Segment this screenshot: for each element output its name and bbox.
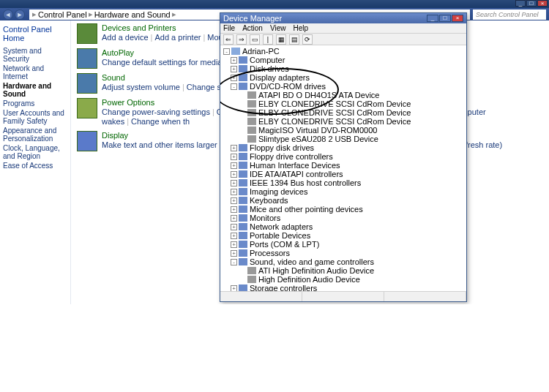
back-button[interactable]: ◄ bbox=[3, 10, 13, 20]
min-button[interactable]: _ bbox=[515, 0, 526, 7]
expand-icon[interactable]: + bbox=[231, 180, 237, 186]
forward-button[interactable]: ► bbox=[15, 10, 25, 20]
expand-icon[interactable]: + bbox=[231, 66, 237, 72]
max-button[interactable]: □ bbox=[526, 0, 537, 7]
expand-icon[interactable]: + bbox=[231, 57, 237, 64]
sidebar-item[interactable]: Network and Internet bbox=[3, 64, 67, 80]
tree-node[interactable]: +Network adapters bbox=[223, 222, 463, 231]
expand-icon[interactable]: + bbox=[231, 224, 237, 230]
expand-icon[interactable]: + bbox=[231, 197, 237, 204]
device-manager-window: Device Manager _ □ × File Action View He… bbox=[220, 12, 467, 302]
tree-node[interactable]: +Display adapters bbox=[223, 73, 463, 82]
expand-icon[interactable]: + bbox=[231, 171, 237, 178]
search-input[interactable]: Search Control Panel bbox=[473, 10, 546, 20]
node-label: Network adapters bbox=[250, 222, 313, 231]
tree-node[interactable]: +IDE ATA/ATAPI controllers bbox=[223, 170, 463, 178]
tool-view-icon[interactable]: ▭ bbox=[250, 34, 260, 45]
category-link[interactable]: Adjust system volume bbox=[102, 83, 180, 91]
tree-node[interactable]: ATI High Definition Audio Device bbox=[223, 266, 463, 275]
tree-node[interactable]: +Storage controllers bbox=[223, 284, 463, 291]
expand-icon[interactable]: + bbox=[231, 145, 237, 151]
expand-icon[interactable]: + bbox=[231, 285, 237, 292]
tool-fwd-icon[interactable]: ⇒ bbox=[236, 34, 247, 45]
tree-node[interactable]: +Disk drives bbox=[223, 64, 463, 73]
sidebar-item[interactable]: System and Security bbox=[3, 47, 67, 63]
tree-node[interactable]: MagicISO Virtual DVD-ROM0000 bbox=[223, 126, 463, 135]
node-label: ELBY CLONEDRIVE SCSI CdRom Device bbox=[258, 117, 411, 126]
node-label: Slimtype eSAU208 2 USB Device bbox=[258, 135, 378, 143]
device-icon bbox=[239, 206, 247, 213]
node-label: Keyboards bbox=[250, 196, 288, 205]
tree-node[interactable]: ELBY CLONEDRIVE SCSI CdRom Device bbox=[223, 117, 463, 126]
close-button[interactable]: × bbox=[537, 0, 548, 7]
menu-action[interactable]: Action bbox=[242, 24, 263, 32]
sidebar-item[interactable]: Clock, Language, and Region bbox=[3, 144, 67, 160]
tool-props-icon[interactable]: ▦ bbox=[276, 34, 286, 45]
tree-root[interactable]: - Adrian-PC bbox=[223, 47, 463, 56]
tree-node[interactable]: +Processors bbox=[223, 249, 463, 257]
tool-refresh-icon[interactable]: ⟳ bbox=[302, 34, 313, 45]
tree-node[interactable]: +Keyboards bbox=[223, 196, 463, 205]
crumb-hardware-sound[interactable]: Hardware and Sound bbox=[94, 10, 171, 19]
node-label: Computer bbox=[250, 56, 285, 64]
tool-back-icon[interactable]: ⇐ bbox=[223, 34, 234, 45]
sidebar-item[interactable]: Appearance and Personalization bbox=[3, 127, 67, 143]
device-icon bbox=[239, 241, 247, 248]
tree-node[interactable]: +Portable Devices bbox=[223, 231, 463, 240]
tree-node[interactable]: +Computer bbox=[223, 56, 463, 64]
tree-node[interactable]: +IEEE 1394 Bus host controllers bbox=[223, 178, 463, 187]
collapse-icon[interactable]: - bbox=[223, 48, 230, 55]
expand-icon[interactable]: + bbox=[231, 250, 237, 257]
sidebar-item[interactable]: Hardware and Sound bbox=[3, 82, 67, 98]
tree-node[interactable]: +Mice and other pointing devices bbox=[223, 205, 463, 214]
expand-icon[interactable]: + bbox=[231, 75, 237, 81]
tree-node[interactable]: ATAPI BD O DH4O1S ATA Device bbox=[223, 91, 463, 99]
tree-node[interactable]: +Floppy disk drives bbox=[223, 143, 463, 152]
device-icon bbox=[247, 109, 256, 116]
expand-icon[interactable]: + bbox=[231, 154, 237, 160]
dm-titlebar[interactable]: Device Manager _ □ × bbox=[220, 13, 466, 23]
tree-node[interactable]: +Floppy drive controllers bbox=[223, 152, 463, 161]
tree-node[interactable]: -Sound, video and game controllers bbox=[223, 257, 463, 266]
dm-tree[interactable]: - Adrian-PC +Computer+Disk drives+Displa… bbox=[220, 45, 466, 291]
tree-node[interactable]: High Definition Audio Device bbox=[223, 275, 463, 284]
dm-close-button[interactable]: × bbox=[452, 15, 463, 22]
menu-help[interactable]: Help bbox=[293, 24, 308, 32]
tree-node[interactable]: -DVD/CD-ROM drives bbox=[223, 82, 463, 91]
expand-icon[interactable]: + bbox=[231, 241, 237, 248]
collapse-icon[interactable]: - bbox=[231, 259, 237, 265]
category-icon bbox=[77, 131, 97, 151]
tree-node[interactable]: +Ports (COM & LPT) bbox=[223, 240, 463, 249]
chevron-icon: ▸ bbox=[89, 10, 93, 19]
dm-statusbar bbox=[220, 291, 466, 301]
expand-icon[interactable]: + bbox=[231, 162, 237, 169]
sidebar-item[interactable]: User Accounts and Family Safety bbox=[3, 109, 67, 125]
expand-icon[interactable]: + bbox=[231, 215, 237, 222]
dm-min-button[interactable]: _ bbox=[427, 15, 438, 22]
tree-node[interactable]: ELBY CLONEDRIVE SCSI CdRom Device bbox=[223, 99, 463, 108]
dm-max-button[interactable]: □ bbox=[439, 15, 451, 22]
node-label: Processors bbox=[250, 249, 290, 257]
device-icon bbox=[247, 135, 256, 143]
tree-node[interactable]: ELBY CLONEDRIVE SCSI CdRom Device bbox=[223, 108, 463, 117]
tree-node[interactable]: Slimtype eSAU208 2 USB Device bbox=[223, 135, 463, 143]
sidebar-item[interactable]: Ease of Access bbox=[3, 162, 67, 170]
tree-node[interactable]: +Imaging devices bbox=[223, 187, 463, 196]
category-link[interactable]: Add a device bbox=[102, 33, 149, 42]
collapse-icon[interactable]: - bbox=[231, 83, 237, 90]
device-icon bbox=[247, 267, 256, 274]
tree-node[interactable]: +Human Interface Devices bbox=[223, 161, 463, 170]
category-link[interactable]: Add a printer bbox=[154, 33, 201, 42]
expand-icon[interactable]: + bbox=[231, 233, 237, 239]
expand-icon[interactable]: + bbox=[231, 189, 237, 195]
sidebar-item[interactable]: Programs bbox=[3, 99, 67, 108]
expand-icon[interactable]: + bbox=[231, 206, 237, 213]
spacer bbox=[239, 136, 246, 143]
category-link[interactable]: Change power-saving settings bbox=[102, 108, 210, 116]
crumb-control-panel[interactable]: Control Panel bbox=[38, 10, 87, 19]
tree-node[interactable]: +Monitors bbox=[223, 214, 463, 222]
tool-scan-icon[interactable]: ▤ bbox=[289, 34, 299, 45]
menu-file[interactable]: File bbox=[223, 24, 235, 32]
menu-view[interactable]: View bbox=[270, 24, 286, 32]
category-link[interactable]: Change when th bbox=[131, 117, 190, 126]
